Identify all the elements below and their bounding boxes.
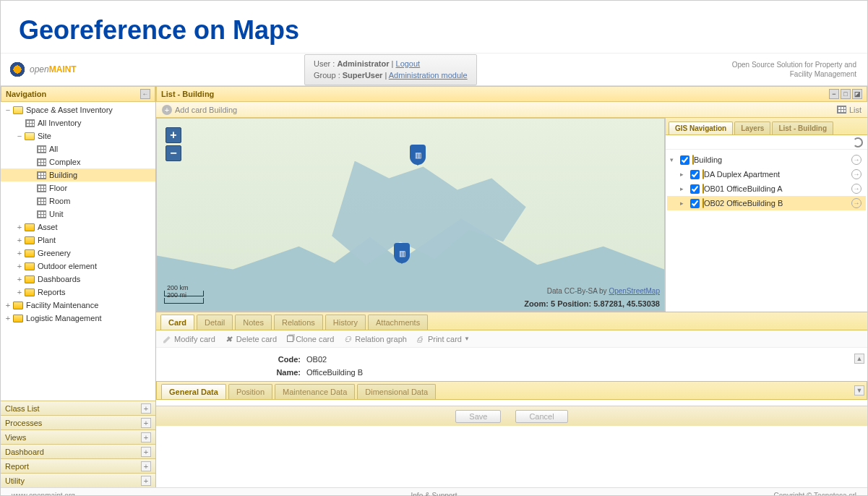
accordion-item[interactable]: Report+ (1, 458, 155, 473)
tree-node[interactable]: +Asset (1, 221, 155, 234)
detail-tab[interactable]: Detail (197, 315, 233, 330)
detail-tab[interactable]: Attachments (368, 315, 428, 330)
tree-node[interactable]: +Dashboards (1, 273, 155, 286)
list-toolbar: + Add card Building List (156, 102, 867, 118)
goto-icon[interactable]: → (851, 184, 861, 194)
goto-icon[interactable]: → (851, 169, 861, 179)
goto-icon[interactable]: → (851, 198, 861, 208)
zoom-out-button[interactable]: − (166, 145, 181, 161)
delete-card-button[interactable]: ✖Delete card (225, 335, 277, 343)
scroll-down-icon[interactable]: ▼ (854, 385, 864, 395)
gis-tree: ▾Building→▸DA Duplex Apartment→▸OB01 Off… (666, 150, 867, 312)
map-marker[interactable]: ▥ (410, 145, 426, 165)
add-icon[interactable]: + (162, 105, 172, 115)
gis-tree-node[interactable]: ▸DA Duplex Apartment→ (667, 167, 866, 181)
subtab[interactable]: Dimensional Data (357, 384, 436, 399)
tree-node[interactable]: −Space & Asset Inventory (1, 103, 155, 116)
goto-icon[interactable]: → (851, 155, 861, 165)
tree-node[interactable]: Building (1, 168, 155, 181)
gis-tree-node[interactable]: ▸OB02 OfficeBuilding B→ (667, 196, 866, 210)
clone-card-button[interactable]: Clone card (287, 335, 334, 343)
content-area: List - Building − □ ◪ + Add card Buildin… (156, 86, 867, 487)
map[interactable]: + − ▥ ▥ 200 km 200 mi Data CC-By-SA by O… (156, 118, 665, 312)
scroll-up-icon[interactable]: ▲ (854, 354, 864, 364)
modify-card-button[interactable]: Modify card (163, 335, 215, 343)
logout-link[interactable]: Logout (396, 59, 421, 68)
tree-node[interactable]: All Inventory (1, 116, 155, 129)
name-value: OfficeBuilding B (306, 368, 363, 377)
map-zoom-controls: + − (166, 127, 181, 163)
footer-left[interactable]: www.openmaint.org (12, 492, 75, 496)
tree-node[interactable]: Floor (1, 181, 155, 194)
logo-icon (8, 60, 27, 79)
add-card-button[interactable]: Add card Building (175, 106, 237, 114)
subtab[interactable]: General Data (161, 384, 226, 399)
name-label: Name: (171, 368, 301, 377)
accordion-item[interactable]: Utility+ (1, 473, 155, 487)
footer-right: Copyright © Tecnoteca srl (774, 492, 856, 496)
tree-node[interactable]: +Plant (1, 234, 155, 247)
list-header: List - Building − □ ◪ (156, 86, 867, 102)
gis-tree-node[interactable]: ▸OB01 OfficeBuilding A→ (667, 181, 866, 196)
accordion-item[interactable]: Processes+ (1, 415, 155, 429)
gis-checkbox[interactable] (690, 199, 700, 208)
code-value: OB02 (306, 355, 327, 364)
subtab[interactable]: Position (228, 384, 272, 399)
gis-tab[interactable]: Layers (734, 121, 770, 134)
detail-tab[interactable]: Relations (274, 315, 323, 330)
detail-tab[interactable]: Card (160, 315, 194, 330)
save-button[interactable]: Save (455, 410, 501, 423)
user-group: SuperUser (343, 71, 383, 80)
tree-node[interactable]: +Outdoor element (1, 260, 155, 273)
zoom-in-button[interactable]: + (166, 127, 181, 143)
list-view-button[interactable]: List (849, 106, 861, 114)
gis-tabs: GIS NavigationLayersList - Building (666, 118, 867, 135)
tree-node[interactable]: +Greenery (1, 247, 155, 260)
relation-graph-button[interactable]: ⚇Relation graph (344, 335, 407, 343)
tree-node[interactable]: Unit (1, 208, 155, 221)
accordion-item[interactable]: Class List+ (1, 401, 155, 415)
restore-icon[interactable]: ◪ (852, 89, 862, 99)
gis-tree-node[interactable]: ▾Building→ (667, 153, 866, 167)
grid-view-icon[interactable] (837, 106, 846, 114)
gis-checkbox[interactable] (690, 170, 700, 179)
gis-tab[interactable]: List - Building (772, 121, 833, 134)
tree-node[interactable]: +Logistic Management (1, 312, 155, 325)
print-card-button[interactable]: ⎙Print card ▼ (417, 335, 470, 343)
save-bar: Save Cancel (156, 406, 867, 426)
map-marker[interactable]: ▥ (394, 243, 410, 263)
page-title: Georeference on Maps (19, 15, 867, 46)
card-subtabs: General DataPositionMaintenance DataDime… (156, 381, 867, 400)
collapse-sidebar-icon[interactable]: ← (140, 89, 150, 99)
tree-node[interactable]: All (1, 142, 155, 155)
gis-panel: GIS NavigationLayersList - Building ▾Bui… (665, 118, 867, 312)
refresh-icon[interactable] (853, 137, 863, 147)
subtab[interactable]: Maintenance Data (275, 384, 355, 399)
gis-checkbox[interactable] (690, 184, 700, 194)
gis-checkbox[interactable] (680, 155, 689, 165)
tagline: Open Source Solution for Property andFac… (732, 60, 867, 79)
user-name: Administrator (337, 59, 389, 68)
navigation-tree: −Space & Asset InventoryAll Inventory−Si… (1, 102, 155, 401)
accordion-item[interactable]: Dashboard+ (1, 444, 155, 458)
tree-node[interactable]: −Site (1, 129, 155, 142)
map-scale: 200 km 200 mi (164, 291, 204, 305)
detail-tab[interactable]: Notes (235, 315, 272, 330)
admin-module-link[interactable]: Administration module (389, 71, 468, 80)
tree-node[interactable]: +Reports (1, 286, 155, 299)
tree-node[interactable]: +Facility Maintenance (1, 299, 155, 312)
footer-center[interactable]: Info & Support (411, 492, 457, 496)
top-bar: openMAINT User : Administrator | Logout … (1, 54, 867, 86)
tree-node[interactable]: Complex (1, 155, 155, 168)
detail-tab[interactable]: History (325, 315, 366, 330)
maximize-icon[interactable]: □ (841, 89, 851, 99)
osm-link[interactable]: OpenStreetMap (609, 287, 660, 295)
footer: www.openmaint.org Info & Support Copyrig… (1, 487, 867, 496)
tree-node[interactable]: Room (1, 194, 155, 208)
minimize-icon[interactable]: − (829, 89, 839, 99)
logo-text: openMAINT (30, 64, 77, 74)
logo: openMAINT (1, 60, 152, 79)
cancel-button[interactable]: Cancel (515, 410, 567, 423)
gis-tab[interactable]: GIS Navigation (669, 121, 733, 134)
accordion-item[interactable]: Views+ (1, 429, 155, 444)
